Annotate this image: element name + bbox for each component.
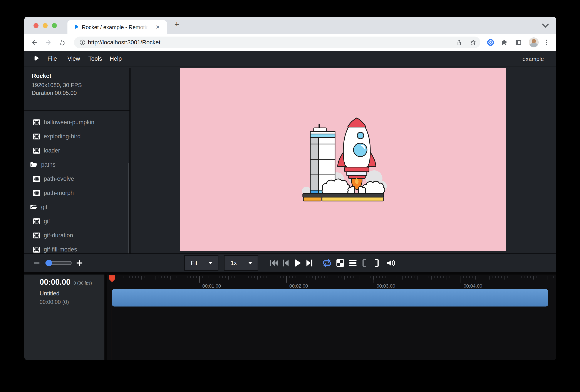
timeline-zoom-out-button[interactable] [34, 262, 40, 264]
out-point-bracket-icon[interactable] [374, 259, 379, 267]
playhead-marker[interactable] [109, 275, 115, 282]
menu-view[interactable]: View [67, 55, 80, 62]
browser-window: Rocket / example - Remotion Preview ✕ + … [24, 17, 556, 360]
timeline-panel: 00:00.00 0 (30 fps) Untitled 00:00.00 (0… [24, 274, 556, 360]
sidebar-divider [24, 110, 130, 111]
ruler-second-tick [199, 276, 200, 282]
current-timecode: 00:00.00 [40, 277, 70, 287]
sidebar-item-label: halloween-pumpkin [44, 119, 94, 126]
profile-avatar[interactable] [529, 37, 539, 47]
jump-to-start-icon[interactable] [270, 259, 279, 267]
sidebar-item-label: gif-fill-modes [44, 246, 77, 253]
sidebar-item-halloween-pumpkin[interactable]: halloween-pumpkin [33, 118, 94, 127]
play-icon[interactable] [294, 259, 301, 267]
remotion-logo-icon[interactable] [33, 55, 39, 62]
address-bar[interactable]: http://localhost:3001/Rocket [74, 36, 480, 48]
sidebar-item-label: gif-duration [44, 232, 73, 239]
browser-tab[interactable]: Rocket / example - Remotion Preview ✕ [67, 20, 167, 34]
timeline-rows-icon[interactable] [349, 260, 357, 266]
in-point-bracket-icon[interactable] [362, 259, 367, 267]
sidebar-item-label: paths [41, 161, 55, 168]
tab-close-icon[interactable]: ✕ [154, 24, 161, 30]
sidebar-item-label: loader [44, 147, 60, 154]
timeline-zoom-in-button[interactable] [77, 260, 82, 266]
sidebar-item-label: exploding-bird [44, 133, 81, 140]
film-icon [33, 133, 40, 139]
canvas-size-dropdown[interactable]: Fit [184, 256, 218, 271]
sidebar-item-gif[interactable]: gif [33, 216, 50, 226]
sidebar-folder-gif[interactable]: gif [30, 202, 47, 212]
composition-canvas [180, 68, 506, 251]
current-frame-info: 0 (30 fps) [74, 281, 92, 286]
volume-icon[interactable] [387, 259, 396, 267]
sidebar-item-gif-fill-modes[interactable]: gif-fill-modes [33, 245, 77, 254]
ruler-label-2s: 00:02.00 [289, 283, 308, 289]
tab-strip: Rocket / example - Remotion Preview ✕ + [24, 17, 556, 34]
timeline-track-bar[interactable] [112, 289, 548, 306]
composition-duration: Duration 00:05.00 [32, 90, 77, 96]
folder-open-icon [30, 204, 37, 210]
playback-controls-bar: Fit 1x [24, 254, 556, 274]
chevron-down-icon[interactable] [542, 23, 549, 28]
ruler-second-tick [460, 276, 461, 282]
loop-icon[interactable] [322, 259, 332, 267]
timeline-zoom-slider-thumb[interactable] [45, 260, 52, 266]
sidebar-folder-paths[interactable]: paths [30, 160, 55, 169]
track-name: Untitled [40, 290, 60, 297]
sidebar-item-path-morph[interactable]: path-morph [33, 188, 74, 198]
new-tab-button[interactable]: + [172, 19, 182, 29]
tab-title-fade [133, 23, 154, 31]
track-time-range: 00:00.00 (0) [40, 299, 69, 305]
composition-resolution: 1920x1080, 30 FPS [32, 82, 82, 89]
avatar-head [532, 39, 536, 43]
sidebar-scrollbar[interactable] [128, 163, 129, 254]
composition-title: Rocket [32, 73, 51, 79]
ruler-second-tick [374, 276, 374, 282]
ruler-label-4s: 00:04.00 [464, 283, 482, 289]
bookmark-star-icon[interactable] [470, 39, 476, 46]
sidebar-item-path-evolve[interactable]: path-evolve [33, 174, 74, 184]
back-icon[interactable] [31, 39, 38, 46]
side-panel-icon[interactable] [515, 39, 522, 46]
sidebar-item-gif-duration[interactable]: gif-duration [33, 231, 73, 240]
sidebar-item-label: gif [41, 204, 47, 211]
playback-speed-dropdown[interactable]: 1x [224, 256, 258, 271]
browser-menu-dots-icon[interactable] [543, 39, 550, 46]
browser-toolbar: http://localhost:3001/Rocket [24, 34, 556, 51]
extensions-puzzle-icon[interactable] [501, 39, 508, 46]
timeline-panel-divider [104, 274, 107, 360]
sidebar-item-label: gif [44, 218, 50, 225]
url-text[interactable]: http://localhost:3001/Rocket [88, 39, 160, 46]
forward-icon[interactable] [45, 39, 52, 46]
chevron-down-icon [208, 262, 213, 264]
traffic-light-zoom[interactable] [52, 23, 57, 28]
film-icon [33, 218, 40, 224]
menu-tools[interactable]: Tools [88, 55, 102, 62]
ruler-label-3s: 00:03.00 [377, 283, 395, 289]
menu-help[interactable]: Help [110, 55, 122, 62]
sidebar-item-exploding-bird[interactable]: exploding-bird [33, 131, 81, 141]
rocket-illustration [300, 115, 387, 206]
reload-icon[interactable] [59, 39, 66, 46]
previous-frame-icon[interactable] [282, 259, 289, 267]
share-icon[interactable] [456, 39, 462, 46]
main-area: Rocket 1920x1080, 30 FPS Duration 00:05.… [24, 68, 556, 254]
playhead-line[interactable] [112, 276, 112, 360]
ruler-medium-ticks[interactable] [107, 276, 555, 279]
sidebar-item-label: path-evolve [44, 176, 74, 182]
canvas-size-value: Fit [191, 260, 208, 266]
chevron-down-icon [248, 262, 252, 264]
onepassword-extension-icon[interactable] [487, 39, 494, 46]
transparency-checkerboard-icon[interactable] [336, 259, 344, 267]
folder-open-icon [30, 162, 37, 168]
ruler-second-tick [286, 276, 287, 282]
menu-file[interactable]: File [47, 55, 57, 62]
ruler-label-1s: 00:01.00 [202, 283, 221, 289]
next-frame-icon[interactable] [306, 259, 313, 267]
sidebar-item-loader[interactable]: loader [33, 146, 60, 155]
traffic-light-close[interactable] [33, 23, 38, 28]
film-icon [33, 190, 40, 196]
sidebar-item-label: path-morph [44, 190, 74, 196]
traffic-light-minimize[interactable] [43, 23, 48, 28]
site-info-icon[interactable] [79, 39, 86, 46]
